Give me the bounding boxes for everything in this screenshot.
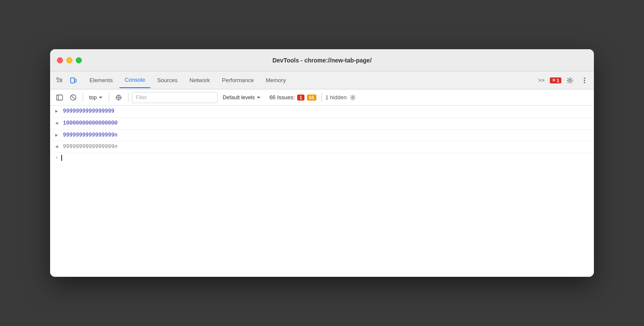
toolbar-divider-3 — [128, 93, 128, 102]
toolbar-divider-1 — [83, 93, 83, 102]
live-expressions-button[interactable] — [113, 92, 125, 104]
tab-sources[interactable]: Sources — [152, 73, 183, 88]
row-value-1: 9999999999999999 — [63, 107, 114, 116]
more-tabs-button[interactable]: >> — [536, 76, 547, 84]
svg-point-9 — [584, 80, 585, 81]
error-icon: ✕ — [552, 78, 555, 83]
expand-icon-3[interactable]: ▶ — [55, 132, 60, 139]
prompt-icon: › — [55, 155, 58, 161]
minimize-button[interactable] — [66, 57, 72, 63]
more-options-button[interactable] — [578, 74, 590, 86]
clear-console-button[interactable] — [67, 92, 79, 104]
svg-point-15 — [116, 95, 121, 100]
svg-line-14 — [71, 95, 75, 100]
svg-point-7 — [569, 79, 571, 81]
context-selector[interactable]: top — [86, 93, 105, 102]
maximize-button[interactable] — [76, 57, 82, 63]
svg-point-16 — [118, 97, 119, 98]
tab-bar-right: >> ✕ 1 — [536, 74, 590, 86]
svg-point-8 — [584, 77, 585, 79]
row-value-2: 10000000000000000 — [63, 119, 118, 127]
toolbar-divider-2 — [109, 93, 109, 102]
settings-button[interactable] — [564, 74, 576, 86]
title-bar: DevTools - chrome://new-tab-page/ — [50, 49, 594, 71]
console-row-4[interactable]: ◀ 9999999999999999n — [50, 141, 594, 153]
issues-section: 66 Issues: 1 65 — [269, 94, 316, 101]
issues-warn-badge[interactable]: 65 — [307, 95, 316, 101]
log-levels-button[interactable]: Default levels — [219, 93, 264, 102]
svg-point-21 — [352, 96, 353, 98]
window-title: DevTools - chrome://new-tab-page/ — [272, 57, 372, 64]
svg-rect-6 — [75, 79, 76, 82]
console-row-2[interactable]: ◀ 10000000000000000 — [50, 118, 594, 130]
row-value-4: 9999999999999999n — [63, 143, 118, 151]
filter-input[interactable] — [132, 92, 218, 103]
svg-rect-5 — [71, 78, 75, 83]
hidden-section: 1 hidden — [322, 93, 357, 102]
tab-memory[interactable]: Memory — [261, 73, 291, 88]
device-toolbar-icon[interactable] — [67, 74, 79, 86]
tab-elements[interactable]: Elements — [84, 73, 118, 88]
tab-network[interactable]: Network — [185, 73, 215, 88]
console-row-3[interactable]: ▶ 9999999999999999n — [50, 130, 594, 142]
console-row-1[interactable]: ▶ 9999999999999999 — [50, 106, 594, 118]
tab-bar-icons — [54, 74, 79, 86]
row-value-3: 9999999999999999n — [63, 131, 118, 139]
inspect-element-icon[interactable] — [54, 74, 66, 86]
error-badge[interactable]: ✕ 1 — [550, 77, 561, 83]
svg-rect-11 — [57, 95, 63, 100]
console-content: ▶ 9999999999999999 ◀ 10000000000000000 ▶… — [50, 106, 594, 277]
svg-rect-0 — [57, 78, 59, 80]
expand-icon-2[interactable]: ◀ — [55, 120, 60, 127]
expand-icon-1[interactable]: ▶ — [55, 108, 60, 115]
tab-bar: Elements Console Sources Network Perform… — [50, 71, 594, 89]
devtools-window: DevTools - chrome://new-tab-page/ — [50, 49, 594, 277]
traffic-lights — [57, 57, 82, 63]
console-toolbar: top Default levels 66 Issues: — [50, 89, 594, 106]
console-input-row[interactable]: › — [50, 153, 594, 163]
svg-point-10 — [584, 82, 585, 83]
sidebar-toggle-button[interactable] — [54, 92, 66, 104]
cursor — [61, 155, 62, 161]
expand-icon-4[interactable]: ◀ — [55, 143, 60, 151]
tab-performance[interactable]: Performance — [217, 73, 259, 88]
close-button[interactable] — [57, 57, 63, 63]
issues-error-badge[interactable]: 1 — [297, 95, 304, 101]
tab-console[interactable]: Console — [119, 73, 150, 88]
console-settings-button[interactable] — [349, 93, 357, 102]
